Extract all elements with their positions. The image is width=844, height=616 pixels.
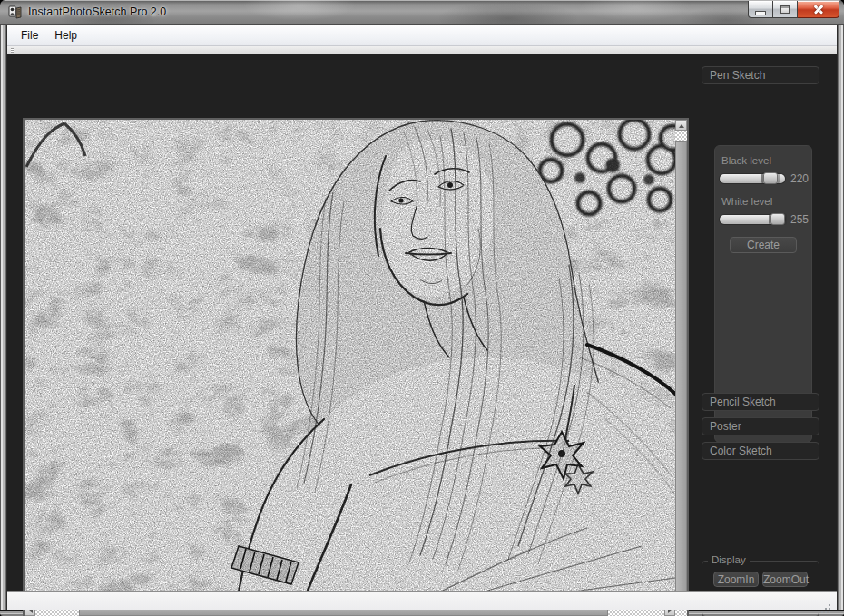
vertical-scrollbar[interactable] xyxy=(675,120,687,604)
zoom-out-button[interactable]: ZoomOut xyxy=(762,572,808,587)
image-viewport xyxy=(23,118,689,616)
vertical-scroll-thumb[interactable] xyxy=(675,141,687,593)
scroll-up-button[interactable] xyxy=(675,120,687,131)
caption-buttons xyxy=(748,1,839,18)
vertical-scroll-track[interactable] xyxy=(675,131,687,141)
section-color-sketch[interactable]: Color Sketch xyxy=(702,442,819,460)
toolbar-grip xyxy=(11,48,14,53)
menu-file[interactable]: File xyxy=(13,26,46,44)
section-poster[interactable]: Poster xyxy=(702,417,819,435)
zoom-in-button[interactable]: ZoomIn xyxy=(713,572,759,587)
sketch-preview-image xyxy=(25,120,675,604)
section-pencil-sketch[interactable]: Pencil Sketch xyxy=(702,393,819,411)
white-level-value: 255 xyxy=(790,213,809,226)
toolbar-strip xyxy=(7,46,837,54)
white-level-slider[interactable] xyxy=(720,215,785,224)
arrow-up-icon xyxy=(679,122,684,128)
section-pen-sketch[interactable]: Pen Sketch xyxy=(702,66,819,84)
create-button[interactable]: Create xyxy=(730,237,797,253)
window-border-right xyxy=(837,25,844,612)
app-icon xyxy=(8,5,23,20)
close-button[interactable] xyxy=(798,1,839,18)
white-level-label: White level xyxy=(721,196,807,207)
black-level-value: 220 xyxy=(790,172,809,185)
menu-bar: File Help xyxy=(7,25,837,46)
window-border-left xyxy=(0,25,7,612)
black-level-label: Black level xyxy=(721,155,807,166)
titlebar[interactable]: InstantPhotoSketch Pro 2.0 xyxy=(0,0,844,25)
minimize-icon xyxy=(756,12,765,15)
white-level-slider-handle[interactable] xyxy=(770,213,785,225)
client-area: Pen Sketch Black level 220 White level 2… xyxy=(7,54,837,591)
black-level-slider[interactable] xyxy=(720,174,785,183)
minimize-button[interactable] xyxy=(748,1,773,18)
maximize-button[interactable] xyxy=(773,1,798,18)
maximize-icon xyxy=(780,5,790,14)
close-icon xyxy=(812,4,825,15)
status-bar xyxy=(7,591,837,610)
black-level-slider-handle[interactable] xyxy=(763,172,778,184)
app-window: InstantPhotoSketch Pro 2.0 File Help xyxy=(0,0,844,616)
menu-help[interactable]: Help xyxy=(46,26,85,44)
window-title: InstantPhotoSketch Pro 2.0 xyxy=(28,0,166,24)
resize-grip-icon[interactable] xyxy=(820,596,831,607)
display-group-label: Display xyxy=(708,554,750,565)
